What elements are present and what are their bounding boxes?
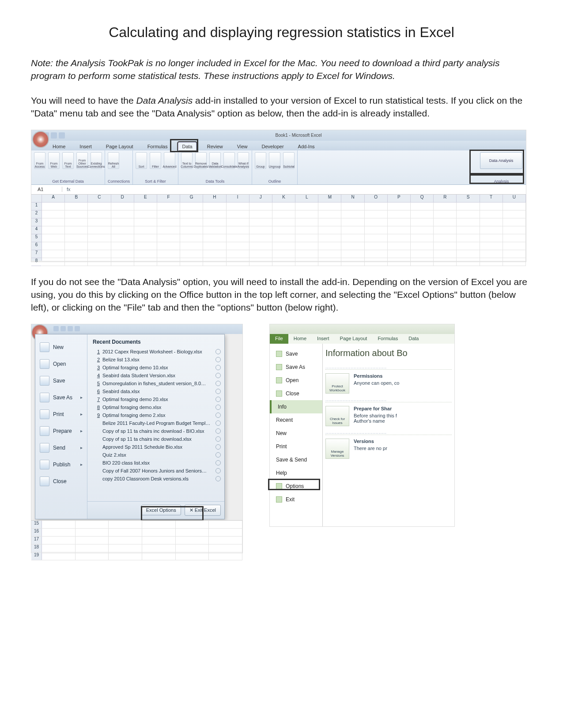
cell[interactable] [480, 218, 503, 226]
ribbon-tab-home[interactable]: Home [288, 334, 312, 344]
backstage-item-print[interactable]: Print [270, 440, 322, 453]
cell[interactable] [227, 210, 249, 218]
cell[interactable] [157, 242, 180, 250]
cell[interactable] [272, 203, 295, 210]
cell[interactable] [249, 226, 272, 234]
ribbon-tab-formulas[interactable]: Formulas [144, 143, 171, 150]
office-menu-item-send[interactable]: Send [35, 439, 87, 456]
cell[interactable] [457, 234, 480, 242]
pin-icon[interactable] [215, 413, 221, 418]
cell[interactable] [65, 234, 88, 242]
recent-document-item[interactable]: 9Optimal foraging demo 2.xlsx [93, 411, 221, 419]
recent-document-item[interactable]: 4Seabird data Student Version.xlsx [93, 372, 221, 379]
recent-document-item[interactable]: copy 2010 Classroom Desk versions.xls [93, 475, 221, 483]
cell[interactable] [180, 226, 203, 234]
recent-document-item[interactable]: 5Osmoregulation in fishes_student versio… [93, 379, 221, 387]
cell[interactable] [503, 250, 526, 258]
cell[interactable] [203, 242, 226, 250]
ribbon-item-from-text[interactable]: From Text [62, 152, 74, 169]
cell[interactable] [295, 234, 318, 242]
column-header[interactable]: S [457, 195, 480, 203]
cell[interactable] [227, 250, 249, 258]
column-header[interactable]: G [180, 195, 203, 203]
cell[interactable] [272, 242, 295, 250]
cell[interactable] [42, 537, 76, 544]
backstage-item-help[interactable]: Help [270, 466, 322, 480]
ribbon-item-sort[interactable]: Sort [136, 152, 147, 169]
cell[interactable] [42, 218, 65, 226]
cell[interactable] [249, 218, 272, 226]
cell[interactable] [365, 203, 388, 210]
pin-icon[interactable] [215, 460, 221, 465]
cell[interactable] [388, 234, 411, 242]
cell[interactable] [76, 544, 109, 552]
cell[interactable] [318, 203, 341, 210]
cell[interactable] [209, 537, 242, 544]
cell[interactable] [203, 203, 226, 210]
cell[interactable] [480, 242, 503, 250]
cell[interactable] [88, 250, 111, 258]
cell[interactable] [480, 234, 503, 242]
backstage-item-save-as[interactable]: Save As [270, 360, 322, 374]
column-header[interactable]: C [88, 195, 111, 203]
cell[interactable] [341, 226, 364, 234]
ribbon-tab-view[interactable]: View [234, 143, 251, 150]
row-header[interactable]: 6 [31, 242, 42, 250]
pin-icon[interactable] [215, 405, 221, 410]
cell[interactable] [157, 234, 180, 242]
cell[interactable] [203, 218, 226, 226]
cell[interactable] [365, 218, 388, 226]
cell[interactable] [272, 250, 295, 258]
quick-access-toolbar[interactable] [31, 324, 242, 331]
manage-versions-button[interactable]: Manage Versions [325, 439, 349, 459]
pin-icon[interactable] [215, 373, 221, 378]
column-header[interactable]: L [295, 195, 318, 203]
pin-icon[interactable] [215, 468, 221, 473]
cell[interactable] [157, 250, 180, 258]
cell[interactable] [249, 234, 272, 242]
cell[interactable] [157, 203, 180, 210]
column-header[interactable]: U [503, 195, 526, 203]
cell[interactable] [411, 234, 434, 242]
ribbon-item-consolidate[interactable]: Consolidate [223, 152, 235, 169]
recent-document-item[interactable]: Belize 2011 Faculty-Led Program Budget T… [93, 419, 221, 427]
cell[interactable] [111, 258, 134, 266]
office-button-icon[interactable] [32, 131, 49, 148]
cell[interactable] [209, 552, 242, 560]
ribbon-tab-formulas[interactable]: Formulas [372, 334, 403, 344]
cell[interactable] [134, 242, 157, 250]
cell[interactable] [227, 218, 249, 226]
cell[interactable] [341, 234, 364, 242]
cell[interactable] [457, 242, 480, 250]
column-header[interactable]: E [134, 195, 157, 203]
cell[interactable] [65, 203, 88, 210]
recent-document-item[interactable]: Copy of sp 11 ta chairs inc download.xls… [93, 435, 221, 443]
row-header[interactable]: 17 [31, 537, 42, 544]
cell[interactable] [134, 218, 157, 226]
column-header[interactable]: R [434, 195, 457, 203]
recent-document-item[interactable]: Approved Sp 2011 Schedule Bio.xlsx [93, 443, 221, 451]
ribbon-tab-review[interactable]: Review [204, 143, 227, 150]
cell[interactable] [76, 537, 109, 544]
cell[interactable] [142, 529, 176, 536]
cell[interactable] [341, 210, 364, 218]
cell[interactable] [203, 226, 226, 234]
excel-options-button[interactable]: Excel Options [141, 505, 181, 515]
pin-icon[interactable] [215, 420, 221, 426]
cell[interactable] [176, 544, 209, 552]
cell[interactable] [88, 203, 111, 210]
cell[interactable] [411, 210, 434, 218]
row-header[interactable]: 4 [31, 226, 42, 234]
office-menu-item-save-as[interactable]: Save As [35, 389, 87, 406]
backstage-item-open[interactable]: Open [270, 374, 322, 387]
ribbon-item-advanced[interactable]: Advanced [164, 152, 175, 169]
pin-icon[interactable] [215, 365, 221, 370]
cell[interactable] [88, 218, 111, 226]
cell[interactable] [203, 210, 226, 218]
cell[interactable] [111, 203, 134, 210]
cell[interactable] [157, 226, 180, 234]
recent-document-item[interactable]: 7Optimal foraging demo 20.xlsx [93, 395, 221, 403]
ribbon-item-existing-connections[interactable]: Existing Connections [91, 152, 102, 169]
cell[interactable] [88, 258, 111, 266]
name-box[interactable]: A1 [31, 187, 62, 192]
